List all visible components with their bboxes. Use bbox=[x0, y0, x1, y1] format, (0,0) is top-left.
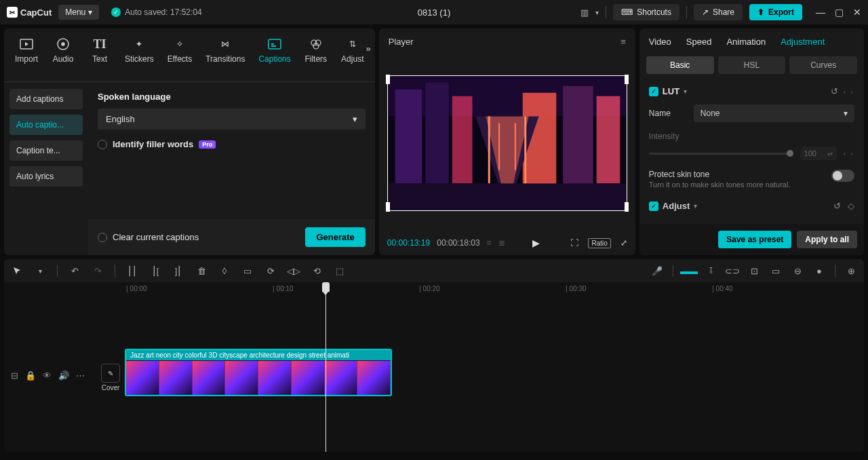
adjust-checkbox[interactable]: ✓ bbox=[649, 202, 658, 211]
speed-icon[interactable]: ⟲ bbox=[311, 265, 323, 277]
delete-icon[interactable]: 🗑 bbox=[195, 265, 208, 277]
protect-skin-toggle[interactable] bbox=[831, 170, 854, 182]
tab-audio[interactable]: Audio bbox=[46, 33, 80, 68]
tab-video[interactable]: Video bbox=[649, 37, 671, 47]
tab-animation[interactable]: Animation bbox=[726, 37, 766, 47]
keyframe-icon[interactable]: ◇ bbox=[848, 201, 854, 211]
link-icon[interactable]: ⊂⊃ bbox=[726, 265, 738, 277]
tab-captions[interactable]: Captions bbox=[253, 33, 296, 68]
layout-icon[interactable]: ▥ bbox=[580, 7, 589, 18]
marker-icon[interactable]: ◊ bbox=[218, 265, 231, 277]
redo-icon[interactable]: ↷ bbox=[92, 265, 104, 277]
chevron-down-icon[interactable]: ▾ bbox=[34, 265, 46, 277]
ratio-button[interactable]: Ratio bbox=[588, 238, 610, 248]
tab-transitions[interactable]: ⋈Transitions bbox=[200, 33, 250, 68]
tab-text[interactable]: TIText bbox=[83, 33, 117, 68]
timeline-ruler[interactable]: 00:00 00:10 00:20 00:30 00:40 bbox=[123, 282, 864, 297]
mirror-icon[interactable]: ◁▷ bbox=[288, 265, 300, 277]
nav-arrows[interactable]: ‹ › bbox=[844, 149, 854, 157]
chevron-down-icon[interactable]: ▾ bbox=[684, 88, 687, 95]
player-menu-icon[interactable]: ≡ bbox=[620, 37, 626, 47]
reset-icon[interactable]: ↺ bbox=[833, 201, 841, 211]
list-icon-2[interactable]: ≣ bbox=[498, 238, 505, 248]
property-tabs: Video Speed Animation Adjustment bbox=[639, 28, 864, 52]
menu-button[interactable]: Menu▾ bbox=[58, 5, 99, 20]
zoom-slider[interactable]: ● bbox=[813, 265, 825, 277]
sidebar-caption-templates[interactable]: Caption te... bbox=[9, 140, 83, 161]
svg-rect-21 bbox=[389, 183, 626, 210]
export-button[interactable]: ⬆Export bbox=[749, 4, 802, 20]
timeline[interactable]: 00:00 00:10 00:20 00:30 00:40 ⊟ 🔒 👁 🔊 ⋯ … bbox=[4, 282, 864, 452]
zoom-out-icon[interactable]: ⊖ bbox=[791, 265, 804, 277]
generate-button[interactable]: Generate bbox=[305, 227, 365, 247]
rotate-icon[interactable]: ⟳ bbox=[264, 265, 277, 277]
track-collapse-icon[interactable]: ⊟ bbox=[11, 370, 18, 381]
save-preset-button[interactable]: Save as preset bbox=[718, 231, 791, 248]
text-icon: TI bbox=[92, 37, 107, 52]
collapse-icon[interactable]: ▭ bbox=[770, 265, 782, 277]
share-button[interactable]: ↗Share bbox=[694, 4, 743, 20]
tab-stickers[interactable]: ✦Stickers bbox=[119, 33, 159, 68]
intensity-value[interactable]: 100▴▾ bbox=[800, 147, 837, 160]
split-left-icon[interactable]: ⎮[ bbox=[149, 265, 161, 277]
subtab-curves[interactable]: Curves bbox=[789, 56, 857, 74]
close-icon[interactable]: ✕ bbox=[853, 7, 861, 18]
tab-effects[interactable]: ✧Effects bbox=[162, 33, 197, 68]
lut-select[interactable]: None▾ bbox=[694, 104, 854, 122]
minimize-icon[interactable]: — bbox=[816, 7, 825, 18]
nav-arrows[interactable]: ‹ › bbox=[844, 88, 854, 96]
split-right-icon[interactable]: ]⎮ bbox=[172, 265, 184, 277]
scale-icon[interactable]: ⛶ bbox=[570, 238, 578, 248]
split-icon[interactable]: ⎮⎮ bbox=[126, 265, 138, 277]
lut-checkbox[interactable]: ✓ bbox=[649, 87, 658, 96]
track-mute-icon[interactable]: 🔊 bbox=[58, 370, 69, 381]
sidebar-auto-lyrics[interactable]: Auto lyrics bbox=[9, 166, 83, 187]
filler-words-row[interactable]: Identify filler words Pro bbox=[98, 139, 366, 149]
maximize-icon[interactable]: ▢ bbox=[835, 7, 844, 18]
resize-handle[interactable] bbox=[625, 75, 629, 84]
clear-captions-row[interactable]: Clear current captions bbox=[98, 232, 199, 242]
resize-handle[interactable] bbox=[386, 202, 390, 212]
tab-import[interactable]: Import bbox=[9, 33, 43, 68]
fullscreen-icon[interactable]: ⤢ bbox=[620, 238, 627, 248]
resize-handle[interactable] bbox=[625, 202, 629, 212]
sidebar-auto-captions[interactable]: Auto captio... bbox=[9, 115, 83, 135]
slider-thumb[interactable] bbox=[787, 150, 793, 157]
adjust-section-header[interactable]: ✓ Adjust ▾ ↺ ◇ bbox=[649, 201, 854, 211]
zoom-in-icon[interactable]: ⊕ bbox=[845, 265, 857, 277]
language-select[interactable]: English▾ bbox=[98, 109, 366, 130]
tab-adjust[interactable]: ⇅Adjust bbox=[336, 33, 370, 68]
undo-icon[interactable]: ↶ bbox=[68, 265, 81, 277]
total-time: 00:00:18:03 bbox=[437, 238, 479, 248]
player-preview[interactable] bbox=[379, 55, 635, 231]
track-lock-icon[interactable]: 🔒 bbox=[25, 370, 36, 381]
play-button[interactable]: ▶ bbox=[532, 237, 540, 248]
tab-filters[interactable]: Filters bbox=[299, 33, 333, 68]
tab-adjustment[interactable]: Adjustment bbox=[781, 37, 825, 47]
intensity-slider[interactable] bbox=[649, 153, 793, 155]
cover-button[interactable]: ✎ Cover bbox=[99, 364, 122, 391]
video-clip[interactable]: Jazz art neon city colorful 3D cityscape… bbox=[125, 349, 392, 396]
chevron-down-icon[interactable]: ▾ bbox=[595, 9, 599, 16]
playhead[interactable] bbox=[326, 282, 326, 452]
subtab-basic[interactable]: Basic bbox=[646, 56, 714, 74]
duplicate-icon[interactable]: ▭ bbox=[241, 265, 254, 277]
sidebar-add-captions[interactable]: Add captions bbox=[9, 89, 83, 109]
resize-handle[interactable] bbox=[386, 75, 390, 84]
list-icon[interactable]: ≡ bbox=[487, 238, 492, 248]
mic-icon[interactable]: 🎤 bbox=[651, 265, 663, 277]
crop-icon[interactable]: ⬚ bbox=[334, 265, 346, 277]
track-more-icon[interactable]: ⋯ bbox=[76, 370, 85, 381]
reset-icon[interactable]: ↺ bbox=[831, 86, 838, 96]
magnet-icon[interactable]: ▬▬ bbox=[683, 265, 695, 277]
preview-frame[interactable] bbox=[387, 75, 627, 211]
subtab-hsl[interactable]: HSL bbox=[718, 56, 786, 74]
align-icon[interactable]: ⫱ bbox=[705, 265, 717, 277]
apply-all-button[interactable]: Apply to all bbox=[797, 231, 857, 248]
more-tabs-icon[interactable]: » bbox=[366, 43, 371, 54]
track-visible-icon[interactable]: 👁 bbox=[43, 370, 52, 381]
tab-speed[interactable]: Speed bbox=[686, 37, 712, 47]
preview-icon[interactable]: ⊡ bbox=[748, 265, 760, 277]
shortcuts-button[interactable]: ⌨Shortcuts bbox=[613, 4, 679, 20]
select-tool[interactable] bbox=[11, 265, 23, 277]
